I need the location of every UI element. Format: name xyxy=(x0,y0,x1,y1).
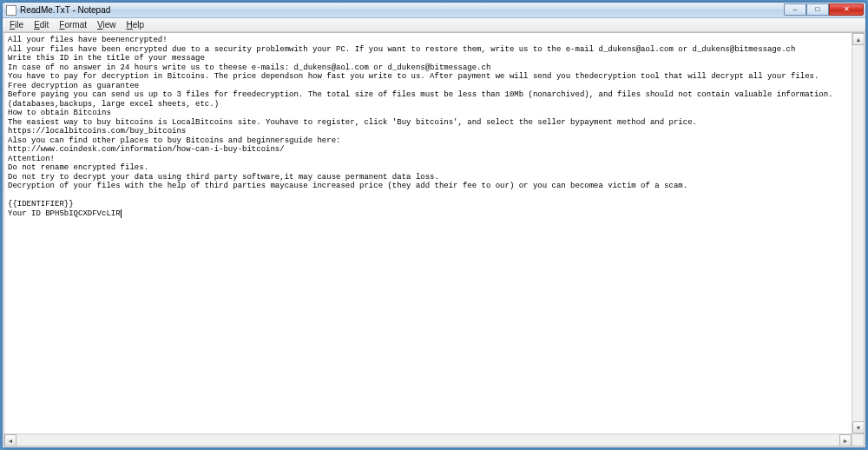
menu-edit[interactable]: Edit xyxy=(29,19,54,30)
text-content[interactable]: All your files have beenencrypted! All y… xyxy=(4,33,864,446)
close-button[interactable]: ✕ xyxy=(829,3,864,16)
editor-area: All your files have beenencrypted! All y… xyxy=(3,32,865,447)
window-controls: – □ ✕ xyxy=(784,3,864,16)
scroll-right-icon[interactable]: ► xyxy=(839,434,852,447)
scroll-left-icon[interactable]: ◄ xyxy=(4,434,16,447)
menu-help[interactable]: Help xyxy=(122,19,150,30)
notepad-icon xyxy=(6,5,16,16)
horizontal-scrollbar[interactable]: ◄ ► xyxy=(4,433,852,446)
minimize-icon: – xyxy=(793,6,797,13)
menu-view[interactable]: View xyxy=(92,19,122,30)
vertical-scrollbar[interactable]: ▲ ▼ xyxy=(852,33,864,433)
close-icon: ✕ xyxy=(844,6,850,13)
menu-bar: File Edit Format View Help xyxy=(3,18,865,32)
menu-format[interactable]: Format xyxy=(54,19,92,30)
menu-file[interactable]: File xyxy=(4,19,29,30)
maximize-button[interactable]: □ xyxy=(806,3,829,16)
scroll-corner xyxy=(852,433,864,446)
scroll-down-icon[interactable]: ▼ xyxy=(852,421,865,433)
title-bar[interactable]: ReadMe.TxT - Notepad – □ ✕ xyxy=(3,3,865,18)
minimize-button[interactable]: – xyxy=(784,3,806,16)
scroll-up-icon[interactable]: ▲ xyxy=(852,33,865,45)
notepad-window: ReadMe.TxT - Notepad – □ ✕ File Edit For… xyxy=(2,2,866,448)
window-title: ReadMe.TxT - Notepad xyxy=(20,5,110,15)
maximize-icon: □ xyxy=(816,6,820,13)
